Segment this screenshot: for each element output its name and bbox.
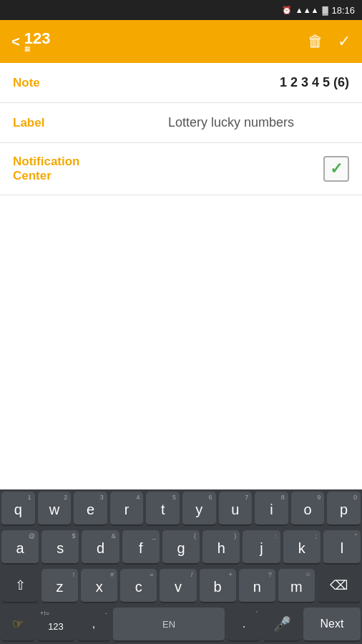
key-s[interactable]: $s [41,530,79,565]
label-row: Label Lottery lucky numbers [0,103,362,143]
toolbar: < 123 ▦ 🗑 ✓ [0,20,362,63]
key-e[interactable]: 3e [74,492,107,526]
key-m[interactable]: ☺m [278,569,315,603]
key-c[interactable]: =c [120,569,157,603]
shift-key[interactable]: ⇧ [1,569,39,603]
key-n[interactable]: ?n [239,569,275,603]
toolbar-right: 🗑 ✓ [308,32,351,51]
key-j[interactable]: :j [243,530,280,565]
key-h[interactable]: )h [202,530,240,565]
key-g[interactable]: (g [162,530,200,565]
note-row: Note 1 2 3 4 5 (6) [0,63,362,103]
notification-row: Notification Center ✓ [0,143,362,195]
key-d[interactable]: &d [82,530,119,565]
key-q[interactable]: 1q [1,492,35,526]
status-time: 18:16 [331,5,355,16]
key-u[interactable]: 7u [219,492,253,526]
key-o[interactable]: 9o [291,492,325,526]
label-label: Label [13,116,113,130]
key-x[interactable]: #x [81,569,117,603]
keyboard-row-1: 1q 2w 3e 4r 5t 6y 7u 8i 9o 0p [0,489,362,528]
note-label: Note [13,76,113,90]
checkbox-check-icon: ✓ [330,160,343,178]
form-area: Note 1 2 3 4 5 (6) Label Lottery lucky n… [0,63,362,195]
empty-area [0,195,362,338]
key-t[interactable]: 5t [146,492,180,526]
next-key[interactable]: Next [303,608,361,642]
confirm-button[interactable]: ✓ [338,32,351,51]
keyboard-row-3: ⇧ !z #x =c /v +b ?n ☺m ⌫ [0,567,362,605]
alarm-icon: ⏰ [282,6,292,15]
period-key[interactable]: ' . [228,608,260,642]
note-value: 1 2 3 4 5 (6) [113,75,349,90]
notification-label: Notification Center [13,155,113,183]
back-button[interactable]: < [11,34,20,50]
keyboard-row-2: @a $s &d _f (g )h :j ;k "l [0,528,362,567]
key-i[interactable]: 8i [255,492,288,526]
backspace-key[interactable]: ⌫ [318,569,361,603]
key-w[interactable]: 2w [38,492,72,526]
num-key[interactable]: +!= 123 [37,608,74,642]
app-logo: 123 ▦ [24,31,51,52]
status-icons: ⏰ ▲▲▲ ▓ 18:16 [282,5,355,16]
emoji-key[interactable]: ☞ [1,608,34,642]
key-b[interactable]: +b [200,569,236,603]
notification-checkbox[interactable]: ✓ [323,156,349,182]
key-v[interactable]: /v [160,569,196,603]
key-l[interactable]: "l [323,530,361,565]
toolbar-left: < 123 ▦ [11,31,50,52]
delete-button[interactable]: 🗑 [308,32,323,51]
key-k[interactable]: ;k [283,530,321,565]
key-p[interactable]: 0p [327,492,361,526]
label-value[interactable]: Lottery lucky numbers [113,115,349,130]
battery-icon: ▓ [322,6,328,14]
key-z[interactable]: !z [41,569,78,603]
keyboard: 1q 2w 3e 4r 5t 6y 7u 8i 9o 0p @a $s &d _… [0,489,362,644]
key-a[interactable]: @a [1,530,39,565]
status-bar: ⏰ ▲▲▲ ▓ 18:16 [0,0,362,20]
key-y[interactable]: 6y [182,492,216,526]
comma-key[interactable]: - , [77,608,110,642]
mic-key[interactable]: 🎤 [263,608,300,642]
key-f[interactable]: _f [122,530,160,565]
signal-icon: ▲▲▲ [295,6,319,14]
keyboard-row-4: ☞ +!= 123 - , EN ' . 🎤 Next [0,605,362,644]
key-r[interactable]: 4r [110,492,144,526]
space-key[interactable]: EN [113,608,225,642]
